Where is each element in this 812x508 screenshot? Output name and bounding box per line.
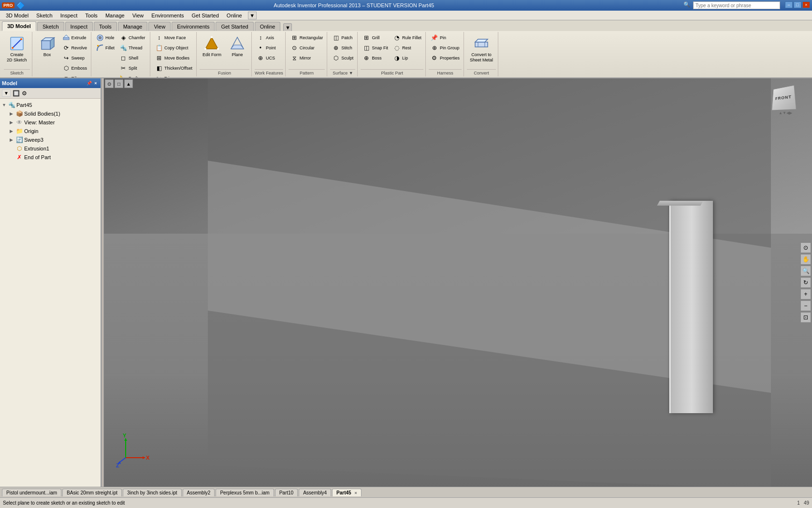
btn-rest[interactable]: ◌ Rest: [391, 43, 423, 53]
tab-assembly4[interactable]: Assembly4: [299, 489, 331, 496]
part45-label: Part45: [16, 102, 32, 108]
filter-button[interactable]: ▼: [2, 90, 11, 97]
viewport-toolbar-btn3[interactable]: ▲: [124, 79, 133, 88]
btn-create-2d-sketch[interactable]: Create2D Sketch: [4, 33, 30, 65]
btn-emboss[interactable]: ⬡ Emboss: [60, 63, 89, 73]
btn-axis[interactable]: ↕ Axis: [255, 33, 278, 43]
menu-item-tools[interactable]: Tools: [81, 12, 102, 19]
tree-item-end-of-part[interactable]: ✗ End of Part: [2, 153, 99, 162]
btn-thread[interactable]: 🔩 Thread: [117, 43, 148, 53]
zoom-out-button[interactable]: −: [800, 300, 811, 311]
btn-trim[interactable]: ✂ Trim: [153, 74, 194, 77]
tab-perplexus[interactable]: Perplexus 5mm b...iam: [216, 489, 274, 496]
fit-button[interactable]: ⊡: [800, 312, 811, 323]
tab-part45-close[interactable]: ×: [354, 491, 357, 495]
tab-3inch[interactable]: 3inch by 3inch sides.ipt: [123, 489, 181, 496]
viewcube-box[interactable]: FRONT: [771, 85, 797, 111]
pan-button[interactable]: ✋: [800, 254, 811, 265]
btn-ucs[interactable]: ⊕ UCS: [255, 53, 278, 63]
menu-item-3dmodel[interactable]: 3D Model: [2, 12, 32, 19]
tab-inspect[interactable]: Inspect: [65, 22, 93, 31]
tree-item-sweep3[interactable]: ▶ 🔄 Sweep3: [2, 135, 99, 144]
rotate-button[interactable]: ↻: [800, 277, 811, 288]
minimize-button[interactable]: –: [785, 1, 793, 8]
tab-view[interactable]: View: [148, 22, 171, 31]
menu-expand-button[interactable]: ▼: [248, 12, 257, 19]
menu-item-sketch[interactable]: Sketch: [32, 12, 57, 19]
view-toggle-button[interactable]: 🔲: [13, 90, 20, 97]
viewport-toolbar-btn2[interactable]: □: [115, 79, 123, 88]
btn-hole[interactable]: Hole: [94, 33, 116, 43]
tree-item-extrusion1[interactable]: ⬡ Extrusion1: [2, 144, 99, 153]
menu-item-environments[interactable]: Environments: [147, 12, 188, 19]
viewport[interactable]: FRONT ▲▼◀▶ ⊙ ✋ 🔍 ↻ + − ⊡ X Y Z: [104, 78, 812, 487]
settings-button[interactable]: ⚙: [22, 90, 27, 97]
btn-rule-fillet[interactable]: ◔ Rule Fillet: [391, 33, 423, 43]
btn-boss[interactable]: ⊕ Boss: [361, 53, 390, 63]
btn-copy-object[interactable]: 📋 Copy Object: [153, 43, 194, 53]
tree-item-origin[interactable]: ▶ 📁 Origin: [2, 127, 99, 135]
tree-item-part45[interactable]: ▼ 🔩 Part45: [2, 101, 99, 109]
menu-item-view[interactable]: View: [129, 12, 148, 19]
tab-sketch[interactable]: Sketch: [37, 22, 64, 31]
btn-pin[interactable]: 📌 Pin: [429, 33, 462, 43]
tab-environments[interactable]: Environments: [172, 22, 215, 31]
tab-part10[interactable]: Part10: [275, 489, 298, 496]
zoom-in-button[interactable]: +: [800, 289, 811, 299]
menu-item-online[interactable]: Online: [223, 12, 246, 19]
panel-close-button[interactable]: ×: [93, 80, 99, 86]
tree-item-solid-bodies[interactable]: ▶ 📦 Solid Bodies(1): [2, 109, 99, 118]
btn-rib[interactable]: ≡ Rib: [60, 74, 89, 77]
tab-tools[interactable]: Tools: [94, 22, 117, 31]
close-button[interactable]: ×: [802, 1, 810, 8]
menu-item-manage[interactable]: Manage: [102, 12, 129, 19]
tab-getstarted[interactable]: Get Started: [216, 22, 253, 31]
btn-convert-to-sheet-metal[interactable]: Convert toSheet Metal: [467, 33, 496, 65]
point-label: Point: [266, 45, 276, 50]
panel-pin-button[interactable]: 📌: [86, 80, 92, 86]
btn-split[interactable]: ✂ Split: [117, 63, 148, 73]
btn-extrude[interactable]: Extrude: [60, 33, 89, 43]
btn-move-face[interactable]: ↕ Move Face: [153, 33, 194, 43]
tab-basic-20mm[interactable]: BAsic 20mm streight.ipt: [62, 489, 122, 496]
btn-point[interactable]: • Point: [255, 43, 278, 53]
btn-stitch[interactable]: ⊕ Stitch: [330, 43, 355, 53]
btn-grill[interactable]: ⊞ Grill: [361, 33, 390, 43]
tab-online[interactable]: Online: [255, 22, 281, 31]
zoom-extents-button[interactable]: ⊙: [800, 242, 811, 253]
tab-part45[interactable]: Part45 ×: [332, 489, 362, 496]
btn-lip[interactable]: ◑ Lip: [391, 53, 423, 63]
tree-item-view-master[interactable]: ▶ 👁 View: Master: [2, 118, 99, 127]
restore-button[interactable]: □: [794, 1, 801, 8]
btn-patch[interactable]: ◫ Patch: [330, 33, 355, 43]
menu-item-getstarted[interactable]: Get Started: [188, 12, 223, 19]
viewport-toolbar-btn1[interactable]: ⊙: [105, 79, 114, 88]
tab-pistol-undermount[interactable]: Pistol undermount...iam: [2, 489, 61, 496]
tab-3dmodel[interactable]: 3D Model: [2, 21, 36, 31]
btn-pin-group[interactable]: ⊕ Pin Group: [429, 43, 462, 53]
btn-rectangular[interactable]: ⊞ Rectangular: [289, 33, 325, 43]
btn-mirror[interactable]: ⧖ Mirror: [289, 53, 325, 63]
zoom-button[interactable]: 🔍: [800, 266, 811, 276]
ribbon-more-button[interactable]: ▼: [283, 23, 292, 31]
viewcube[interactable]: FRONT ▲▼◀▶: [771, 86, 800, 115]
btn-chamfer[interactable]: ◈ Chamfer: [117, 33, 148, 43]
tab-manage[interactable]: Manage: [118, 22, 148, 31]
btn-fillet[interactable]: Fillet: [94, 43, 116, 53]
btn-sculpt[interactable]: ⬡ Sculpt: [330, 53, 355, 63]
titlebar-search-input[interactable]: [693, 1, 780, 9]
btn-snap-fit[interactable]: ◫ Snap Fit: [361, 43, 390, 53]
btn-plane[interactable]: Plane: [225, 33, 249, 60]
btn-properties[interactable]: ⚙ Properties: [429, 53, 462, 63]
btn-draft[interactable]: 📐 Draft: [117, 74, 148, 77]
btn-sweep[interactable]: ↪ Sweep: [60, 53, 89, 63]
btn-thicken-offset[interactable]: ◧ Thicken/Offset: [153, 63, 194, 73]
btn-move-bodies[interactable]: ⊞ Move Bodies: [153, 53, 194, 63]
btn-revolve[interactable]: ⟳ Revolve: [60, 43, 89, 53]
menu-item-inspect[interactable]: Inspect: [57, 12, 81, 19]
btn-shell[interactable]: ◻ Shell: [117, 53, 148, 63]
tab-assembly2[interactable]: Assembly2: [183, 489, 215, 496]
btn-box[interactable]: Box: [35, 33, 59, 60]
btn-circular[interactable]: ⊙ Circular: [289, 43, 325, 53]
btn-edit-form[interactable]: Edit Form: [200, 33, 224, 60]
